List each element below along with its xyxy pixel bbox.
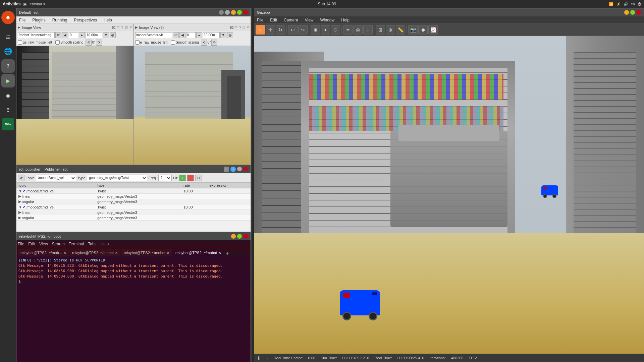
type-select[interactable]: geometry_msgs/msg/Twist [87, 175, 147, 181]
pub-refresh-btn[interactable]: ⟳ [18, 175, 24, 181]
rqt-menu-perspectives[interactable]: Perspectives [72, 17, 98, 23]
iv2-close-icon[interactable]: ✕ [246, 25, 249, 29]
gz-minimize-btn[interactable] [624, 10, 629, 15]
gz-light2-btn[interactable]: ◎ [353, 25, 363, 35]
gz-rotate-tool[interactable]: ↻ [276, 25, 285, 35]
gz-sphere-btn[interactable]: ● [321, 25, 330, 35]
iv2-zoom-input[interactable] [203, 32, 220, 38]
table-row[interactable]: ▶ angular geometry_msgs/Vector3 [16, 199, 251, 204]
term-menu-edit[interactable]: Edit [28, 242, 35, 246]
gz-menu-help[interactable]: Help [340, 17, 351, 23]
term-menu-help[interactable]: Help [101, 242, 109, 246]
power-icon[interactable]: ⏻ [638, 2, 641, 6]
terminal-tab-3[interactable]: relaybot@TPS2: ~/mobot ✕ [121, 249, 172, 256]
iv1-smooth-checkbox-label[interactable]: Smooth scaling [55, 40, 83, 45]
iv1-angle-next-btn[interactable]: ⟳ [96, 40, 102, 46]
tab-4-close[interactable]: ✕ [218, 251, 221, 255]
gz-undo-btn[interactable]: ↩ [288, 25, 298, 35]
iv2-zoom-btn[interactable]: ⊕ [227, 32, 233, 38]
close-button[interactable] [243, 10, 248, 15]
pub-win-close-btn[interactable] [243, 167, 248, 171]
iv1-float-icon[interactable]: ⊡ [125, 25, 128, 29]
rqt-menu-help[interactable]: Help [102, 17, 113, 23]
iv2-sub-btn[interactable]: ◀ [179, 32, 185, 38]
lang-indicator[interactable]: en [631, 2, 635, 6]
minimize-button2[interactable] [225, 10, 230, 15]
iv2-smooth-checkbox[interactable] [171, 40, 175, 45]
terminal-dock-icon[interactable]: ▶ [1, 74, 15, 87]
rviz-dock-icon[interactable]: RViz [2, 118, 14, 130]
minimize-button3[interactable] [231, 10, 236, 15]
table-row[interactable]: ▼✔ /mobot1/cmd_vel Twist 10.00 [16, 188, 251, 194]
term-menu-view[interactable]: View [39, 242, 48, 246]
iv1-mouse-checkbox-label[interactable]: ge_raw_mouse_left [18, 40, 52, 45]
term-menu-search[interactable]: Search [52, 242, 65, 246]
iv2-mouse-checkbox[interactable] [135, 40, 140, 45]
iv2-refresh-btn[interactable]: ⟳ [173, 32, 179, 38]
iv2-angle-prev-btn[interactable]: ⟲ [201, 40, 207, 46]
table-row[interactable]: ▶ linear geometry_msgs/Vector3 [16, 210, 251, 215]
tab-1-close[interactable]: ✕ [63, 251, 66, 255]
pause-button[interactable]: ⏸ [257, 355, 262, 361]
term-menu-tabs[interactable]: Tabs [88, 242, 96, 246]
pub-win-d-btn[interactable]: D [224, 167, 229, 172]
layers-dock-icon[interactable]: ◈ [1, 89, 15, 102]
gz-light3-btn[interactable]: ⊹ [363, 25, 373, 35]
iv2-maximize-icon[interactable]: □ [243, 25, 245, 29]
iv1-mouse-checkbox[interactable] [18, 40, 22, 45]
gz-menu-window[interactable]: Window [319, 17, 336, 23]
apps-dock-icon[interactable]: ⠿ [1, 104, 15, 117]
gz-maximize-btn[interactable] [630, 10, 635, 15]
gz-close-btn[interactable] [636, 10, 641, 15]
pub-add-btn[interactable]: + [179, 175, 186, 181]
iv1-topic-input[interactable] [18, 32, 55, 38]
maximize-button[interactable] [237, 10, 242, 15]
gz-box-btn[interactable]: ▣ [311, 25, 320, 35]
pub-clear-btn[interactable]: ⊟ [195, 175, 202, 181]
gz-move-tool[interactable]: ✛ [266, 25, 275, 35]
gz-plot-btn[interactable]: 📈 [428, 25, 438, 35]
iv1-smooth-checkbox[interactable] [55, 40, 60, 45]
pub-remove-btn[interactable]: - [187, 175, 194, 181]
iv1-zoom-btn[interactable]: ⊕ [110, 32, 116, 38]
gz-light-btn[interactable]: ☀ [343, 25, 353, 35]
iv2-up-btn[interactable]: ▲ [196, 32, 202, 38]
term-maximize-btn[interactable] [237, 234, 242, 239]
rqt-menu-running[interactable]: Running [51, 17, 69, 23]
iv1-rotation-input[interactable] [69, 32, 78, 38]
iv1-refresh-btn[interactable]: ⟳ [55, 32, 61, 38]
iv1-sub-btn[interactable]: ◀ [62, 32, 68, 38]
terminal-tab-4[interactable]: relaybot@TPS2: ~/mobot ✕ [173, 249, 224, 256]
gz-menu-file[interactable]: File [256, 17, 265, 23]
iv1-zoom-input[interactable] [86, 32, 102, 38]
tab-2-close[interactable]: ✕ [115, 251, 118, 255]
table-row[interactable]: ▶ angular geometry_msgs/Vector3 [16, 215, 251, 221]
activities-button[interactable]: Activities [3, 2, 20, 6]
files-dock-icon[interactable]: 🗂 [1, 30, 15, 43]
iv2-topic-input[interactable] [135, 32, 172, 38]
pub-win-help-btn[interactable]: ? [230, 167, 236, 172]
tab-3-close[interactable]: ✕ [167, 251, 169, 255]
ubuntu-logo-icon[interactable]: ● [1, 11, 15, 24]
term-minimize-btn[interactable] [231, 234, 236, 239]
gz-select-tool[interactable]: ↖ [256, 25, 265, 35]
gz-record-btn[interactable]: ⏺ [418, 25, 428, 35]
terminal-tab-2[interactable]: relaybot@TPS2: ~/mobot ✕ [69, 249, 120, 256]
rqt-menu-plugins[interactable]: Plugins [31, 17, 47, 23]
gazebo-viewport[interactable] [254, 36, 644, 354]
terminal-tab-1[interactable]: relaybot@TPS2: ~/mob... ✕ [18, 249, 69, 256]
gz-cylinder-btn[interactable]: ⬡ [331, 25, 340, 35]
iv2-smooth-checkbox-label[interactable]: Smooth scaling [171, 40, 199, 45]
iv2-angle-next-btn[interactable]: ⟳ [211, 40, 217, 46]
table-row[interactable]: ▶ linear geometry_msgs/Vector3 [16, 194, 251, 199]
term-close-btn[interactable] [243, 234, 248, 239]
rqt-menu-file[interactable]: File [18, 17, 27, 23]
gz-menu-view[interactable]: View [304, 17, 315, 23]
term-menu-file[interactable]: File [18, 242, 24, 246]
new-tab-icon[interactable]: + [224, 250, 230, 256]
pub-win-min-btn[interactable]: - [237, 167, 242, 171]
iv2-zoom-down-btn[interactable]: ▼ [220, 32, 226, 38]
gz-measure-btn[interactable]: 📏 [396, 25, 405, 35]
iv1-up-btn[interactable]: ▲ [79, 32, 85, 38]
help-dock-icon[interactable]: ? [1, 59, 15, 73]
